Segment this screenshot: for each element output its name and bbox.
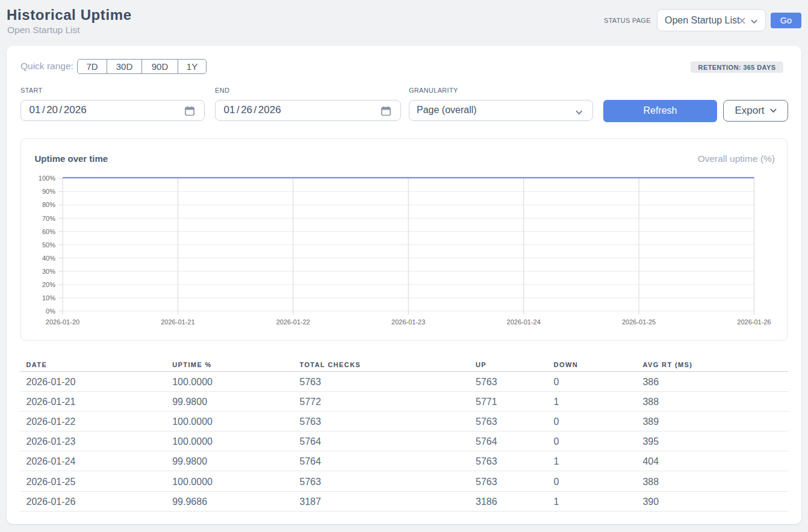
svg-text:10%: 10% <box>42 294 55 301</box>
svg-text:2026-01-22: 2026-01-22 <box>276 318 310 325</box>
svg-text:60%: 60% <box>42 227 55 235</box>
svg-text:70%: 70% <box>42 214 55 221</box>
svg-text:2026-01-20: 2026-01-20 <box>46 318 79 325</box>
svg-text:2026-01-23: 2026-01-23 <box>391 318 425 325</box>
svg-text:80%: 80% <box>42 201 55 208</box>
svg-text:100%: 100% <box>39 175 55 182</box>
svg-text:2026-01-24: 2026-01-24 <box>507 318 541 325</box>
svg-text:30%: 30% <box>42 267 55 274</box>
svg-text:20%: 20% <box>42 280 55 288</box>
svg-text:40%: 40% <box>42 254 55 261</box>
svg-text:0%: 0% <box>46 307 55 314</box>
svg-text:2026-01-21: 2026-01-21 <box>161 318 194 325</box>
svg-text:2026-01-25: 2026-01-25 <box>622 318 656 325</box>
svg-text:50%: 50% <box>42 241 55 248</box>
svg-text:90%: 90% <box>42 188 55 195</box>
svg-text:2026-01-26: 2026-01-26 <box>737 318 771 325</box>
